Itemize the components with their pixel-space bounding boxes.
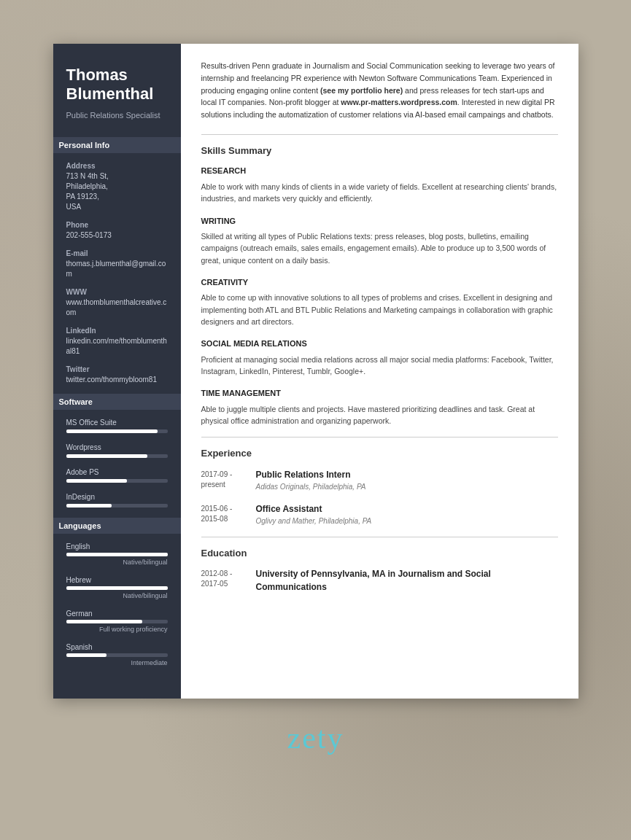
language-item: English Native/bilingual	[66, 542, 168, 566]
software-skill-item: Wordpress	[66, 443, 168, 458]
twitter-block: Twitter twitter.com/thommybloom81	[66, 365, 168, 385]
skills-section-item: RESEARCH Able to work with many kinds of…	[201, 165, 558, 204]
address-label: Address	[66, 162, 168, 170]
blog-link[interactable]: www.pr-matters.wordpress.com	[341, 98, 457, 106]
personal-info-header: Personal Info	[53, 137, 181, 153]
language-bar-fill	[66, 653, 107, 657]
software-skill-bar-bg	[66, 454, 168, 458]
language-level: Intermediate	[66, 659, 168, 666]
experience-item: 2017-09 -present Public Relations Intern…	[201, 468, 558, 492]
resume-main: Results-driven Penn graduate in Journali…	[181, 44, 578, 699]
software-skill-name: Adobe PS	[66, 468, 168, 476]
skills-section-item: CREATIVITY Able to come up with innovati…	[201, 276, 558, 327]
linkedin-value: linkedin.com/me/thomblumenthal81	[66, 336, 168, 357]
language-bar-bg	[66, 553, 168, 556]
experience-title: Office Assistant	[256, 502, 558, 516]
skill-category-desc: Skilled at writing all types of Public R…	[201, 230, 558, 266]
software-skill-bar-bg	[66, 504, 168, 508]
summary-paragraph: Results-driven Penn graduate in Journali…	[201, 60, 558, 121]
phone-block: Phone 202-555-0173	[66, 221, 168, 241]
experience-date: 2015-06 -2015-08	[201, 502, 256, 526]
language-item: Spanish Intermediate	[66, 643, 168, 666]
language-item: Hebrew Native/bilingual	[66, 576, 168, 599]
email-value: thomas.j.blumenthal@gmail.com	[66, 259, 168, 279]
skills-section-item: WRITING Skilled at writing all types of …	[201, 215, 558, 266]
experience-item: 2015-06 -2015-08 Office Assistant Oglivy…	[201, 502, 558, 526]
software-skill-name: MS Office Suite	[66, 419, 168, 427]
language-level: Native/bilingual	[66, 592, 168, 599]
language-level: Full working proficiency	[66, 626, 168, 633]
experience-company: Oglivy and Mather, Philadelphia, PA	[256, 516, 558, 526]
language-name: Spanish	[66, 643, 168, 651]
experience-company: Adidas Originals, Philadelphia, PA	[256, 481, 558, 492]
software-skill-name: Wordpress	[66, 443, 168, 451]
address-value: 713 N 4th St,Philadelphia,PA 19123,USA	[66, 171, 168, 212]
education-divider	[201, 537, 558, 537]
www-label: WWW	[66, 288, 168, 296]
skills-section-item: SOCIAL MEDIA RELATIONS Proficient at man…	[201, 338, 558, 377]
language-item: German Full working proficiency	[66, 610, 168, 633]
software-skill-bar-fill	[66, 454, 147, 458]
phone-label: Phone	[66, 221, 168, 229]
software-skill-item: InDesign	[66, 493, 168, 508]
resume-document: Thomas Blumenthal Public Relations Speci…	[53, 44, 578, 699]
language-bar-fill	[66, 586, 168, 590]
experience-divider	[201, 437, 558, 438]
skill-category-name: SOCIAL MEDIA RELATIONS	[201, 338, 558, 350]
software-header: Software	[53, 394, 181, 410]
education-details: University of Pennsylvania, MA in Journa…	[256, 567, 558, 594]
software-skill-bar-fill	[66, 429, 158, 433]
languages-list: English Native/bilingual Hebrew Native/b…	[66, 542, 168, 666]
skill-category-desc: Proficient at managing social media rela…	[201, 354, 558, 378]
language-bar-bg	[66, 620, 168, 623]
skill-category-desc: Able to work with many kinds of clients …	[201, 181, 558, 205]
software-skill-name: InDesign	[66, 493, 168, 501]
education-degree: University of Pennsylvania, MA in Journa…	[256, 567, 558, 594]
portfolio-link[interactable]: (see my portfolio here)	[320, 86, 403, 95]
education-section-title: Education	[201, 546, 558, 561]
software-skills-list: MS Office Suite Wordpress Adobe PS InDes…	[66, 419, 168, 508]
skill-category-desc: Able to come up with innovative solution…	[201, 292, 558, 327]
twitter-label: Twitter	[66, 365, 168, 373]
linkedin-label: LinkedIn	[66, 327, 168, 335]
skills-section-title: Skills Summary	[201, 144, 558, 158]
phone-value: 202-555-0173	[66, 230, 168, 241]
experience-details: Office Assistant Oglivy and Mather, Phil…	[256, 502, 558, 526]
software-skill-bar-bg	[66, 479, 168, 483]
language-bar-fill	[66, 553, 168, 556]
zety-brand: zety	[287, 720, 344, 755]
language-name: Hebrew	[66, 576, 168, 584]
candidate-name: Thomas Blumenthal	[66, 66, 168, 104]
software-skill-bar-bg	[66, 429, 168, 433]
education-date: 2012-08 -2017-05	[201, 567, 256, 594]
software-skill-bar-fill	[66, 479, 127, 483]
summary-divider	[201, 134, 558, 135]
experience-title: Public Relations Intern	[256, 468, 558, 481]
language-bar-fill	[66, 620, 142, 623]
skill-category-name: CREATIVITY	[201, 276, 558, 289]
skills-section-item: TIME MANAGEMENT Able to juggle multiple …	[201, 387, 558, 427]
linkedin-block: LinkedIn linkedin.com/me/thomblumenthal8…	[66, 327, 168, 357]
experience-section-title: Experience	[201, 446, 558, 461]
language-bar-bg	[66, 653, 168, 657]
education-list: 2012-08 -2017-05 University of Pennsylva…	[201, 567, 558, 594]
experience-date: 2017-09 -present	[201, 468, 256, 492]
twitter-value: twitter.com/thommybloom81	[66, 375, 168, 385]
skill-category-desc: Able to juggle multiple clients and proj…	[201, 403, 558, 427]
email-block: E-mail thomas.j.blumenthal@gmail.com	[66, 249, 168, 279]
education-item: 2012-08 -2017-05 University of Pennsylva…	[201, 567, 558, 594]
languages-header: Languages	[53, 518, 181, 534]
skill-category-name: RESEARCH	[201, 165, 558, 177]
skill-category-name: WRITING	[201, 215, 558, 228]
language-bar-bg	[66, 586, 168, 590]
resume-sidebar: Thomas Blumenthal Public Relations Speci…	[53, 44, 181, 699]
software-skill-bar-fill	[66, 504, 112, 508]
www-value: www.thomblumenthalcreative.com	[66, 298, 168, 318]
software-skill-item: MS Office Suite	[66, 419, 168, 433]
skills-list: RESEARCH Able to work with many kinds of…	[201, 165, 558, 427]
candidate-title: Public Relations Specialist	[66, 110, 168, 121]
email-label: E-mail	[66, 249, 168, 257]
address-block: Address 713 N 4th St,Philadelphia,PA 191…	[66, 162, 168, 212]
experience-details: Public Relations Intern Adidas Originals…	[256, 468, 558, 492]
skill-category-name: TIME MANAGEMENT	[201, 387, 558, 400]
